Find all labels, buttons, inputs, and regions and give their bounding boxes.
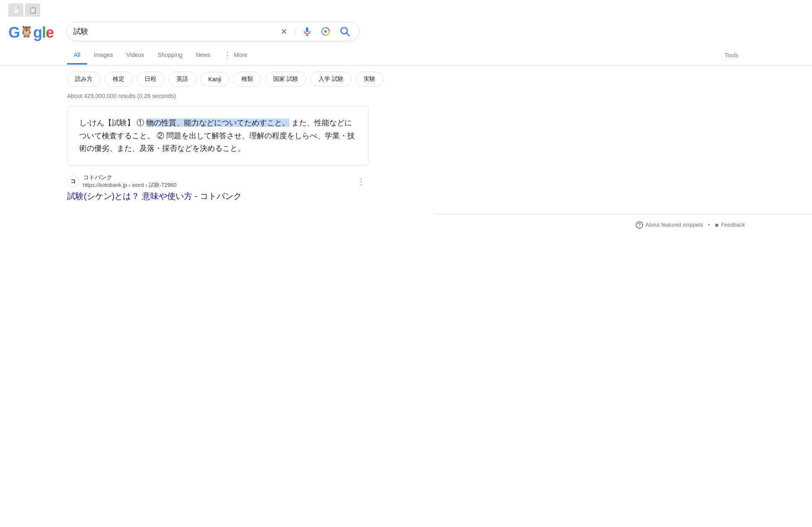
browser-tab-1[interactable]: 📄: [8, 3, 23, 17]
browser-tabs: 📄 📋: [0, 0, 812, 17]
snippet-text-before: し‐けん【試験】 ①: [79, 119, 146, 127]
tab-more[interactable]: ⋮ More: [217, 45, 254, 66]
suggestion-pill-0[interactable]: 読み方: [67, 72, 101, 87]
tools-button[interactable]: Tools: [718, 47, 745, 64]
logo-letter-l: l: [42, 24, 46, 41]
search-input[interactable]: 試験: [73, 27, 274, 36]
result-favicon: コ: [67, 176, 79, 187]
google-logo[interactable]: G 🦉 gle: [8, 23, 54, 40]
suggestion-pill-6[interactable]: 国家 試験: [265, 72, 306, 87]
tab-videos[interactable]: Videos: [119, 46, 151, 65]
result-title[interactable]: 試験(シケン)とは？ 意味や使い方 - コトバンク: [67, 191, 369, 202]
result-item: コ コトバンク https://kotobank.jp › word › 試験-…: [67, 174, 369, 202]
suggestions-row: 読み方 検定 日程 英語 Kanji 種類 国家 試験 入学 試験 実験: [0, 66, 812, 93]
about-snippets-text: About featured snippets: [646, 222, 703, 228]
more-dots-icon: ⋮: [224, 50, 231, 59]
logo-icon-wrapper: 🦉: [20, 23, 33, 39]
suggestion-pill-1[interactable]: 検定: [105, 72, 132, 87]
feedback-text: Feedback: [721, 222, 745, 228]
suggestion-pill-3[interactable]: 英語: [168, 72, 196, 87]
search-button[interactable]: [337, 24, 352, 39]
feedback-link[interactable]: ■ Feedback: [715, 222, 745, 228]
help-icon: ?: [636, 221, 643, 229]
search-bar-icons: [278, 24, 352, 39]
logo-letter-g2: g: [33, 24, 42, 41]
browser-tab-2[interactable]: 📋: [25, 3, 40, 17]
logo-decoration-icon: 🦉: [20, 23, 33, 39]
close-icon: [280, 27, 288, 36]
feedback-icon: ■: [715, 222, 718, 228]
search-bar: 試験: [66, 22, 359, 41]
result-url: https://kotobank.jp › word › 試験-72960: [83, 181, 176, 189]
tab-shopping[interactable]: Shopping: [151, 46, 189, 65]
header: G 🦉 gle 試験: [0, 17, 812, 41]
search-divider: [295, 26, 295, 36]
bottom-bar: ? About featured snippets • ■ Feedback: [435, 214, 812, 235]
result-site-name: コトバンク: [83, 174, 176, 181]
featured-snippet: し‐けん【試験】 ① 物の性質、能力などについてためすこと。 また、性能などにつ…: [67, 106, 369, 165]
svg-line-10: [347, 33, 349, 36]
search-icon: [339, 26, 351, 37]
suggestion-pill-8[interactable]: 実験: [356, 72, 383, 87]
tab-news[interactable]: News: [189, 46, 217, 65]
results-area: About 429,000,000 results (0.26 seconds)…: [0, 93, 812, 202]
result-site-info: コトバンク https://kotobank.jp › word › 試験-72…: [83, 174, 176, 189]
lens-icon: [321, 26, 331, 36]
results-count: About 429,000,000 results (0.26 seconds): [67, 93, 745, 99]
logo-letter-g: G: [8, 24, 20, 41]
suggestion-pill-5[interactable]: 種類: [233, 72, 261, 87]
tab-all[interactable]: All: [67, 46, 87, 65]
svg-point-8: [324, 30, 327, 33]
snippet-highlighted-text: 物の性質、能力などについてためすこと。: [146, 119, 290, 127]
result-source: コ コトバンク https://kotobank.jp › word › 試験-…: [67, 174, 369, 189]
tab-images[interactable]: Images: [87, 46, 120, 65]
search-bar-wrapper: 試験: [66, 22, 359, 41]
nav-tabs: All Images Videos Shopping News ⋮ More T…: [0, 44, 812, 66]
suggestion-pill-7[interactable]: 入学 試験: [310, 72, 352, 87]
mic-icon: [302, 26, 312, 36]
svg-text:🦉: 🦉: [20, 25, 33, 38]
suggestion-pill-2[interactable]: 日程: [137, 72, 164, 87]
clear-button[interactable]: [278, 26, 290, 37]
svg-rect-3: [306, 27, 308, 32]
result-menu-button[interactable]: ⋮: [354, 175, 369, 188]
voice-search-button[interactable]: [300, 25, 314, 38]
snippet-text: し‐けん【試験】 ① 物の性質、能力などについてためすこと。 また、性能などにつ…: [79, 116, 357, 155]
about-snippets-link[interactable]: ? About featured snippets: [636, 221, 703, 229]
google-lens-button[interactable]: [319, 25, 332, 38]
dot-separator: •: [708, 222, 710, 228]
logo-letter-e: e: [46, 24, 54, 41]
suggestion-pill-4[interactable]: Kanji: [200, 72, 229, 86]
